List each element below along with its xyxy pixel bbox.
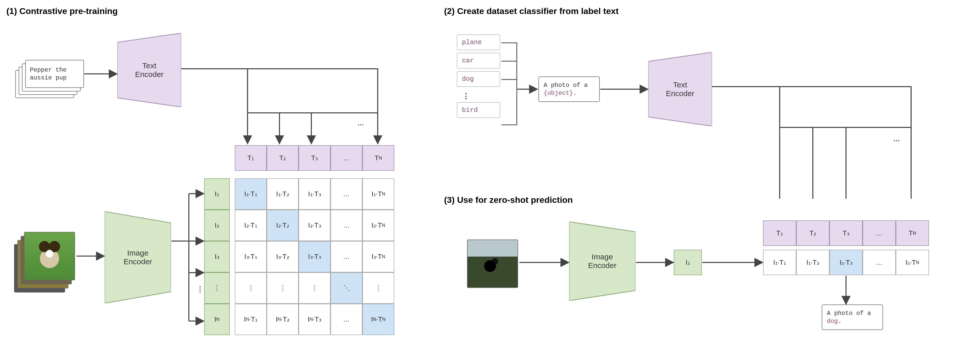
text-embed-row-3: T₁T₂T₃…TN <box>763 220 929 246</box>
similarity-cell: … <box>331 241 363 272</box>
similarity-cell: … <box>331 210 363 241</box>
image-embed-cell: ⋮ <box>204 272 230 304</box>
text-embed-cell: T₁ <box>235 145 267 171</box>
puppy-image <box>24 233 75 280</box>
image-embed-cell: I₃ <box>204 241 230 272</box>
arrow-encoder-to-tn <box>181 69 378 143</box>
panel2-title: (2) Create dataset classifier from label… <box>444 6 619 16</box>
text-embed-cell: TN <box>363 145 394 171</box>
text-embed-cell: … <box>862 220 896 246</box>
text-embed-row: T₁T₂T₃…TN <box>235 145 394 171</box>
text-embed-cell: T₁ <box>763 220 796 246</box>
similarity-row: I₁·T₁I₁·T₂I₁·T₃…I₁·TN <box>763 250 929 275</box>
similarity-cell: I₁·TN <box>363 178 394 210</box>
query-image <box>467 239 518 288</box>
similarity-cell: I₁·T₂ <box>267 178 299 210</box>
ellipsis-icon: … <box>357 119 364 127</box>
similarity-cell: ⋮ <box>299 272 331 304</box>
text-embed-cell: T₃ <box>299 145 331 171</box>
text-encoder-2: Text Encoder <box>648 52 712 126</box>
image-encoder-1: Image Encoder <box>105 212 171 303</box>
image-embed-i1: I₁ <box>674 250 702 275</box>
similarity-cell: I₁·T₁ <box>763 250 796 275</box>
vdots-icon: ⋮ <box>197 285 204 293</box>
label-list: plane car dog ⋮ bird <box>457 35 500 120</box>
text-embed-cell: TN <box>896 220 929 246</box>
label-bird: bird <box>457 102 500 118</box>
similarity-cell: I₂·T₁ <box>235 210 267 241</box>
similarity-cell: I₂·T₂ <box>267 210 299 241</box>
panel1-title: (1) Contrastive pre-training <box>6 6 118 16</box>
prediction-output: A photo of a dog. <box>822 304 883 330</box>
similarity-cell: ⋮ <box>363 272 394 304</box>
text-caption: Pepper the aussie pup <box>25 60 84 88</box>
similarity-cell: … <box>331 178 363 210</box>
image-stack <box>14 232 75 293</box>
image-encoder-2: Image Encoder <box>569 222 635 301</box>
similarity-cell: … <box>862 250 896 275</box>
similarity-cell: ⋮ <box>235 272 267 304</box>
image-embed-cell: I₂ <box>204 210 230 241</box>
similarity-cell: I₂·TN <box>363 210 394 241</box>
similarity-cell: I₁·T₁ <box>235 178 267 210</box>
text-embed-cell: T₃ <box>829 220 862 246</box>
similarity-cell: ⋮ <box>267 272 299 304</box>
ellipsis-icon-2: … <box>893 135 900 143</box>
text-embed-cell: T₂ <box>267 145 299 171</box>
similarity-cell: ⋱ <box>331 272 363 304</box>
similarity-matrix: I₁I₁·T₁I₁·T₂I₁·T₃…I₁·TNI₂I₂·T₁I₂·T₂I₂·T₃… <box>204 178 394 335</box>
text-embed-cell: … <box>331 145 363 171</box>
similarity-cell: I₁·T₂ <box>796 250 829 275</box>
similarity-cell: I₃·T₃ <box>299 241 331 272</box>
image-embed-cell: I₁ <box>204 178 230 210</box>
similarity-cell: I₃·T₂ <box>267 241 299 272</box>
image-embed-cell: IN <box>204 304 230 335</box>
text-stack: Pepper the aussie pup <box>15 60 84 98</box>
similarity-cell: I₁·T₃ <box>829 250 862 275</box>
similarity-cell: … <box>331 304 363 335</box>
label-ellipsis: ⋮ <box>457 89 500 102</box>
similarity-cell: I₁·TN <box>896 250 929 275</box>
similarity-cell: IN·T₁ <box>235 304 267 335</box>
label-dog: dog <box>457 71 500 87</box>
text-embed-cell: T₂ <box>796 220 829 246</box>
similarity-cell: I₁·T₃ <box>299 178 331 210</box>
text-encoder-1: Text Encoder <box>118 33 181 107</box>
label-car: car <box>457 53 500 68</box>
similarity-cell: I₃·T₁ <box>235 241 267 272</box>
similarity-cell: IN·T₃ <box>299 304 331 335</box>
prompt-template: A photo of a {object}. <box>538 76 600 102</box>
similarity-cell: I₂·T₃ <box>299 210 331 241</box>
similarity-cell: IN·T₂ <box>267 304 299 335</box>
similarity-cell: I₃·TN <box>363 241 394 272</box>
label-plane: plane <box>457 35 500 50</box>
similarity-cell: IN·TN <box>363 304 394 335</box>
panel3-title: (3) Use for zero-shot prediction <box>444 195 573 205</box>
